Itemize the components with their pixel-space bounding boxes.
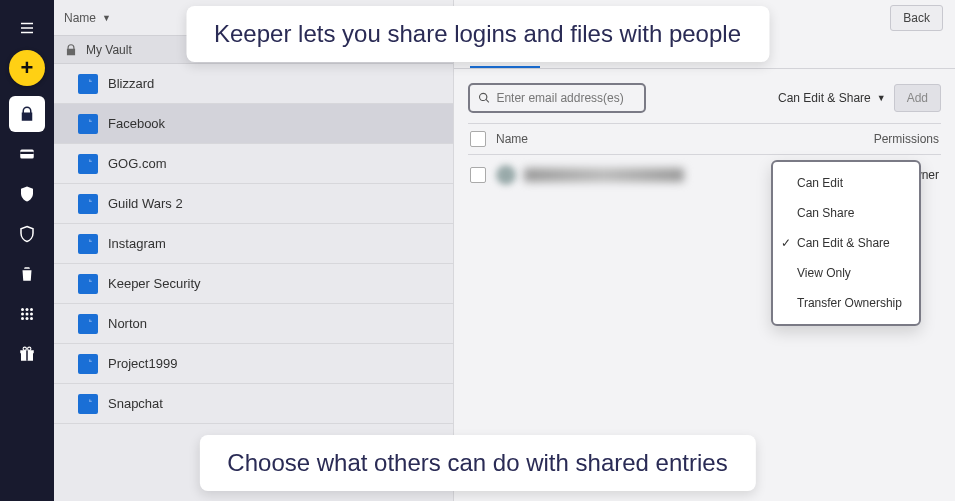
permission-option[interactable]: View Only — [773, 258, 919, 288]
select-all-checkbox[interactable] — [470, 131, 486, 147]
record-name: GOG.com — [108, 156, 167, 171]
add-record-button[interactable]: + — [9, 50, 45, 86]
record-row[interactable]: Project1999 — [54, 344, 453, 384]
annotation-bottom: Choose what others can do with shared en… — [199, 435, 755, 491]
svg-rect-16 — [26, 350, 28, 361]
share-input-row: Can Edit & Share ▼ Add — [454, 69, 955, 123]
add-share-button[interactable]: Add — [894, 84, 941, 112]
record-name: Facebook — [108, 116, 165, 131]
record-row[interactable]: Guild Wars 2 — [54, 184, 453, 224]
content-area: Name ▼ All Records ▼ — [54, 0, 955, 501]
record-row[interactable]: Norton — [54, 304, 453, 344]
svg-point-6 — [26, 308, 29, 311]
svg-point-7 — [30, 308, 33, 311]
svg-point-13 — [30, 317, 33, 320]
svg-point-12 — [26, 317, 29, 320]
nav-rail: + — [0, 0, 54, 501]
permission-option[interactable]: Transfer Ownership — [773, 288, 919, 318]
record-name: Instagram — [108, 236, 166, 251]
record-row[interactable]: Snapchat — [54, 384, 453, 424]
nav-vault-icon[interactable] — [9, 96, 45, 132]
record-name: Snapchat — [108, 396, 163, 411]
lock-icon — [64, 43, 78, 57]
nav-menu-icon[interactable] — [9, 10, 45, 46]
record-list-pane: Name ▼ All Records ▼ — [54, 0, 454, 501]
nav-payments-icon[interactable] — [9, 136, 45, 172]
file-icon — [78, 154, 98, 174]
svg-point-11 — [21, 317, 24, 320]
shared-user-name — [524, 168, 684, 182]
file-icon — [78, 354, 98, 374]
file-icon — [78, 394, 98, 414]
svg-point-10 — [30, 313, 33, 316]
email-input[interactable] — [496, 91, 636, 105]
svg-point-5 — [21, 308, 24, 311]
app-root: + Name ▼ — [0, 0, 955, 501]
annotation-top: Keeper lets you share logins and files w… — [186, 6, 769, 62]
permission-selected-label: Can Edit & Share — [778, 91, 871, 105]
sort-caret-icon: ▼ — [102, 13, 111, 23]
file-icon — [78, 194, 98, 214]
svg-point-18 — [28, 347, 31, 350]
permission-dropdown[interactable]: Can Edit & Share ▼ — [778, 91, 886, 105]
col-permissions-header: Permissions — [839, 132, 939, 146]
record-name: Project1999 — [108, 356, 177, 371]
search-icon — [478, 91, 490, 105]
record-row[interactable]: Blizzard — [54, 64, 453, 104]
record-row[interactable]: Instagram — [54, 224, 453, 264]
file-icon — [78, 234, 98, 254]
nav-apps-icon[interactable] — [9, 296, 45, 332]
back-button[interactable]: Back — [890, 5, 943, 31]
record-row[interactable]: GOG.com — [54, 144, 453, 184]
permission-menu[interactable]: Can EditCan ShareCan Edit & ShareView On… — [771, 160, 921, 326]
col-name-header: Name — [496, 132, 839, 146]
col-name-label[interactable]: Name — [64, 11, 96, 25]
permission-option[interactable]: Can Edit — [773, 168, 919, 198]
permission-option[interactable]: Can Share — [773, 198, 919, 228]
vault-root-label: My Vault — [86, 43, 132, 57]
nav-breachwatch-icon[interactable] — [9, 216, 45, 252]
share-table-header: Name Permissions — [454, 124, 955, 154]
record-row[interactable]: Keeper Security — [54, 264, 453, 304]
record-name: Keeper Security — [108, 276, 201, 291]
avatar — [496, 165, 516, 185]
nav-trash-icon[interactable] — [9, 256, 45, 292]
record-name: Norton — [108, 316, 147, 331]
file-icon — [78, 114, 98, 134]
svg-point-9 — [26, 313, 29, 316]
permission-option[interactable]: Can Edit & Share — [773, 228, 919, 258]
detail-pane: Facebook Back Add People One-Time Share … — [454, 0, 955, 501]
chevron-down-icon: ▼ — [877, 93, 886, 103]
svg-point-8 — [21, 313, 24, 316]
record-name: Guild Wars 2 — [108, 196, 183, 211]
email-search-box[interactable] — [468, 83, 646, 113]
row-checkbox[interactable] — [470, 167, 486, 183]
nav-security-icon[interactable] — [9, 176, 45, 212]
record-row[interactable]: Facebook — [54, 104, 453, 144]
nav-gift-icon[interactable] — [9, 336, 45, 372]
file-icon — [78, 314, 98, 334]
file-icon — [78, 274, 98, 294]
file-icon — [78, 74, 98, 94]
svg-rect-4 — [20, 152, 34, 154]
record-name: Blizzard — [108, 76, 154, 91]
svg-point-17 — [23, 347, 26, 350]
